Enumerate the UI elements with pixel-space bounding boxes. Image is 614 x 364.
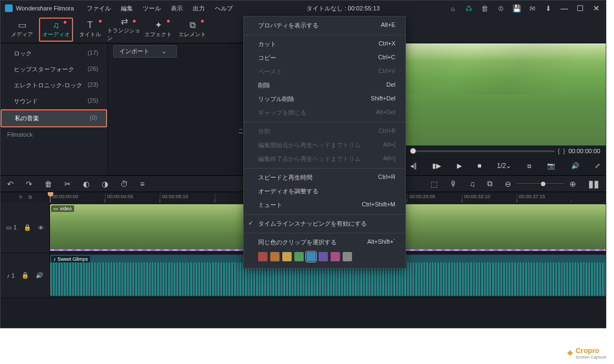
undo-icon[interactable]: ↶ <box>7 180 14 188</box>
tab-title[interactable]: Tタイトル <box>73 18 107 42</box>
sidebar-item-electro[interactable]: エレクトロニック-ロック(23) <box>1 77 107 93</box>
ctx-item: 分割Ctrl+B <box>244 125 405 138</box>
ctx-item[interactable]: 削除Del <box>244 79 405 92</box>
ctx-colors <box>244 249 405 266</box>
menu-help[interactable]: ヘルプ <box>210 4 238 13</box>
element-icon: ⧉ <box>189 21 196 30</box>
ruler-icon-a[interactable]: ⎘ <box>19 194 22 200</box>
export-icon[interactable]: ✉ <box>528 4 537 13</box>
zoom-slider[interactable] <box>517 183 564 184</box>
play-icon[interactable]: ▶ <box>457 162 462 170</box>
speed-icon[interactable]: ⏱ <box>120 180 128 188</box>
color-swatch[interactable] <box>306 252 316 261</box>
menu-tools[interactable]: ツール <box>138 4 166 13</box>
color-swatch[interactable] <box>319 252 328 261</box>
volume-icon[interactable]: 🔊 <box>571 162 579 170</box>
ctx-item[interactable]: カットCtrl+X <box>244 37 405 51</box>
chevron-down-icon: ⌄ <box>161 48 166 55</box>
preview-panel: { } 00:00:00:00 ◂∥ ▮▶ ▶ ■ 1/2 ⌄ ⧈ 📷 🔊 ⤢ <box>405 43 606 175</box>
redo-icon[interactable]: ↷ <box>26 180 32 188</box>
menu-output[interactable]: 出力 <box>188 4 210 13</box>
color-swatch[interactable] <box>331 252 340 261</box>
marker-icon[interactable]: ⬚ <box>431 180 438 188</box>
tab-element[interactable]: ⧉エレメント <box>175 18 209 42</box>
preview-scrub-bar: { } 00:00:00:00 <box>405 145 606 156</box>
preview-time: 00:00:00:00 <box>568 148 600 154</box>
ctx-item[interactable]: タイムラインスナッピングを有効にする <box>244 217 405 231</box>
audio-mixer-icon[interactable]: ♫ <box>470 180 476 188</box>
brightness-icon[interactable]: ☼ <box>449 4 457 13</box>
prev-frame-icon[interactable]: ◂∥ <box>410 162 417 170</box>
save-icon[interactable]: 💾 <box>512 4 521 13</box>
snapshot-icon[interactable]: 📷 <box>547 162 555 170</box>
mark-out-icon[interactable]: } <box>563 148 565 154</box>
sidebar-item-mymusic[interactable]: 私の音楽(0) <box>1 109 107 127</box>
sidebar-foot[interactable]: Filmstock <box>1 127 107 142</box>
settings-icon[interactable]: ≡ <box>140 180 144 188</box>
preview-canvas[interactable] <box>405 43 606 145</box>
volume-icon[interactable]: 🔊 <box>36 272 43 279</box>
lock-icon[interactable]: 🔒 <box>21 272 29 279</box>
eye-icon[interactable]: 👁 <box>38 225 44 231</box>
window-minimize-icon[interactable]: — <box>560 4 568 13</box>
cropro-icon: ⌖ <box>567 348 573 359</box>
tab-transition[interactable]: ⇄トランジション <box>107 18 141 42</box>
ctx-item[interactable]: スピードと再生時間Ctrl+R <box>244 171 405 184</box>
audio-track-head[interactable]: ♪ 1 🔒 🔊 <box>1 253 50 298</box>
app-logo-icon <box>5 4 13 12</box>
project-title: タイトルなし : 00:02:55:13 <box>238 4 449 13</box>
trash-icon[interactable]: 🗑 <box>481 4 489 13</box>
fullscreen-icon[interactable]: ⤢ <box>595 162 600 170</box>
color-swatch[interactable] <box>343 252 352 261</box>
import-button[interactable]: インポート⌄ <box>113 45 177 58</box>
record-icon[interactable]: 🎙 <box>450 180 457 188</box>
crop-icon[interactable]: ◐ <box>83 180 90 188</box>
ctx-item[interactable]: オーディオを調整する <box>244 184 405 198</box>
zoom-fit-icon[interactable]: ▮▮ <box>588 178 599 190</box>
zoom-out-icon[interactable]: ⊖ <box>505 180 511 188</box>
user-icon[interactable]: ♔ <box>496 4 505 13</box>
sidebar-item-rock[interactable]: ロック(17) <box>1 46 107 61</box>
mark-in-icon[interactable]: { <box>558 148 560 154</box>
menu-edit[interactable]: 編集 <box>116 4 138 13</box>
music-note-icon: ♪ <box>53 256 56 262</box>
sidebar-item-sound[interactable]: サウンド(25) <box>1 93 107 109</box>
ruler-icon-b[interactable]: ⧉ <box>29 194 32 200</box>
color-swatch[interactable] <box>270 252 280 261</box>
ctx-item[interactable]: リップル削除Shift+Del <box>244 92 405 106</box>
stop-icon[interactable]: ■ <box>477 162 481 170</box>
scale-select[interactable]: 1/2 ⌄ <box>497 162 512 170</box>
lock-icon[interactable]: 🔒 <box>24 224 31 231</box>
download-icon[interactable]: ⬇ <box>544 4 552 13</box>
ctx-item[interactable]: 同じ色のクリップを選択するAlt+Shift+` <box>244 236 405 249</box>
delete-icon[interactable]: 🗑 <box>44 180 52 188</box>
ctx-item[interactable]: コピーCtrl+C <box>244 51 405 65</box>
tab-audio[interactable]: ♫オーディオ <box>39 18 73 42</box>
step-back-icon[interactable]: ▮▶ <box>432 162 441 170</box>
menu-file[interactable]: ファイル <box>82 4 116 13</box>
cut-icon[interactable]: ✂ <box>64 180 71 188</box>
menu-view[interactable]: 表示 <box>166 4 188 13</box>
ctx-item: 編集終了点から再生ヘッドまでトリムAlt+] <box>244 152 405 166</box>
transition-icon: ⇄ <box>121 17 128 26</box>
playback-slider[interactable] <box>410 150 555 152</box>
folder-icon: ▭ <box>18 21 26 30</box>
grid-icon[interactable]: ⧉ <box>487 179 493 188</box>
video-track-head[interactable]: ▭ 1 🔒 👁 <box>1 203 50 253</box>
tab-media[interactable]: ▭メディア <box>5 18 39 42</box>
color-icon[interactable]: ◑ <box>102 180 108 188</box>
ctx-item[interactable]: プロパティを表示するAlt+E <box>244 19 405 32</box>
app-menu: ファイル 編集 ツール 表示 出力 ヘルプ <box>82 4 238 13</box>
titlebar: Wondershare Filmora ファイル 編集 ツール 表示 出力 ヘル… <box>1 1 606 16</box>
quality-icon[interactable]: ⧈ <box>527 162 532 170</box>
color-swatch[interactable] <box>282 252 292 261</box>
zoom-in-icon[interactable]: ⊕ <box>570 180 576 188</box>
color-swatch[interactable] <box>294 252 304 261</box>
tab-effect[interactable]: ✦エフェクト <box>141 18 175 42</box>
sidebar-item-hipster[interactable]: ヒップスターフォーク(26) <box>1 61 107 77</box>
color-swatch[interactable] <box>258 252 267 261</box>
window-close-icon[interactable]: ✕ <box>592 4 600 13</box>
window-maximize-icon[interactable]: ☐ <box>576 4 584 13</box>
ctx-item[interactable]: ミュートCtrl+Shift+M <box>244 198 405 212</box>
headphones-icon[interactable]: ♺ <box>465 4 473 13</box>
